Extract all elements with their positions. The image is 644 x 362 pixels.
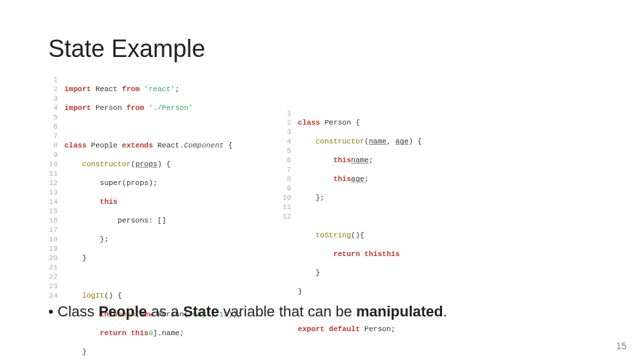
line-number: 11 bbox=[282, 202, 291, 212]
line-number: 2 bbox=[48, 84, 58, 94]
bullet-bold-people: People bbox=[99, 303, 147, 320]
code-line bbox=[64, 272, 241, 282]
code-line: class Person { bbox=[298, 118, 422, 127]
line-number: 9 bbox=[282, 184, 291, 193]
code-line: constructor(props) { bbox=[64, 160, 241, 169]
code-line: toString(){ bbox=[298, 231, 422, 240]
code-line: } bbox=[64, 347, 241, 357]
code-line: }; bbox=[64, 235, 241, 244]
code-area: 1 2 3 4 5 6 7 8 9 10 11 12 13 14 15 16 1… bbox=[48, 75, 596, 291]
line-number: 13 bbox=[48, 188, 58, 197]
code-lines-left: import React from 'react'; import Person… bbox=[64, 75, 241, 291]
code-line: this bbox=[64, 197, 241, 206]
line-number: 10 bbox=[48, 160, 58, 169]
line-number: 17 bbox=[48, 225, 58, 235]
line-number: 4 bbox=[282, 137, 291, 146]
code-line: persons: [] bbox=[64, 216, 241, 225]
line-number: 18 bbox=[48, 235, 58, 244]
line-number: 16 bbox=[48, 216, 58, 225]
line-number: 8 bbox=[48, 141, 58, 150]
line-number: 22 bbox=[48, 272, 58, 282]
line-number: 7 bbox=[282, 165, 291, 174]
bullet-text: • Class bbox=[48, 303, 99, 320]
code-line: constructor(name, age) { bbox=[298, 137, 422, 146]
code-line: } bbox=[298, 268, 422, 278]
code-line: return this0].name; bbox=[64, 328, 241, 338]
code-line: } bbox=[298, 287, 422, 296]
line-number: 4 bbox=[48, 103, 58, 113]
line-number: 19 bbox=[48, 244, 58, 253]
line-number: 10 bbox=[282, 193, 291, 202]
slide-title: State Example bbox=[48, 35, 205, 63]
line-number: 6 bbox=[282, 156, 291, 165]
line-number: 15 bbox=[48, 206, 58, 216]
line-number: 24 bbox=[48, 291, 58, 300]
gutter-left: 1 2 3 4 5 6 7 8 9 10 11 12 13 14 15 16 1… bbox=[48, 75, 64, 291]
code-line: import Person from './Person' bbox=[64, 103, 241, 113]
page-number: 15 bbox=[616, 341, 627, 351]
code-lines-right: class Person { constructor(name, age) { … bbox=[298, 109, 422, 291]
line-number: 11 bbox=[48, 169, 58, 178]
code-line: thisname; bbox=[298, 156, 422, 165]
code-line: export default Person; bbox=[298, 324, 422, 334]
bullet-bold-state: State bbox=[183, 303, 219, 320]
line-number: 2 bbox=[282, 118, 291, 127]
code-line bbox=[298, 212, 422, 221]
line-number: 9 bbox=[48, 150, 58, 160]
bullet-text: variable that can be bbox=[219, 303, 356, 320]
line-number: 1 bbox=[282, 109, 291, 118]
code-block-people: 1 2 3 4 5 6 7 8 9 10 11 12 13 14 15 16 1… bbox=[48, 75, 241, 291]
code-line: super(props); bbox=[64, 178, 241, 188]
code-line: return thisthis bbox=[298, 249, 422, 259]
bullet-bold-manipulated: manipulated bbox=[356, 303, 443, 320]
line-number: 20 bbox=[48, 253, 58, 263]
bullet-text: . bbox=[443, 303, 447, 320]
code-line: logIt() { bbox=[64, 291, 241, 300]
line-number: 12 bbox=[282, 212, 291, 221]
line-number: 1 bbox=[48, 75, 58, 84]
code-line: } bbox=[64, 253, 241, 263]
line-number: 6 bbox=[48, 122, 58, 131]
code-line bbox=[64, 122, 241, 131]
line-number: 21 bbox=[48, 263, 58, 272]
line-number: 14 bbox=[48, 197, 58, 206]
code-line: }; bbox=[298, 193, 422, 202]
code-line: class People extends React.Component { bbox=[64, 141, 241, 150]
line-number: 23 bbox=[48, 282, 58, 291]
line-number: 5 bbox=[48, 113, 58, 122]
line-number: 8 bbox=[282, 174, 291, 184]
line-number: 7 bbox=[48, 131, 58, 141]
line-number: 12 bbox=[48, 178, 58, 188]
line-number: 5 bbox=[282, 146, 291, 156]
code-line: import React from 'react'; bbox=[64, 84, 241, 94]
code-line: thisage; bbox=[298, 174, 422, 184]
bullet-text: as a bbox=[147, 303, 183, 320]
line-number: 3 bbox=[48, 94, 58, 103]
gutter-right: 1 2 3 4 5 6 7 8 9 10 11 12 bbox=[282, 109, 298, 291]
code-block-person: 1 2 3 4 5 6 7 8 9 10 11 12 class Person … bbox=[282, 109, 422, 291]
bullet-point: • Class People as a State variable that … bbox=[48, 303, 447, 320]
line-number: 3 bbox=[282, 127, 291, 137]
